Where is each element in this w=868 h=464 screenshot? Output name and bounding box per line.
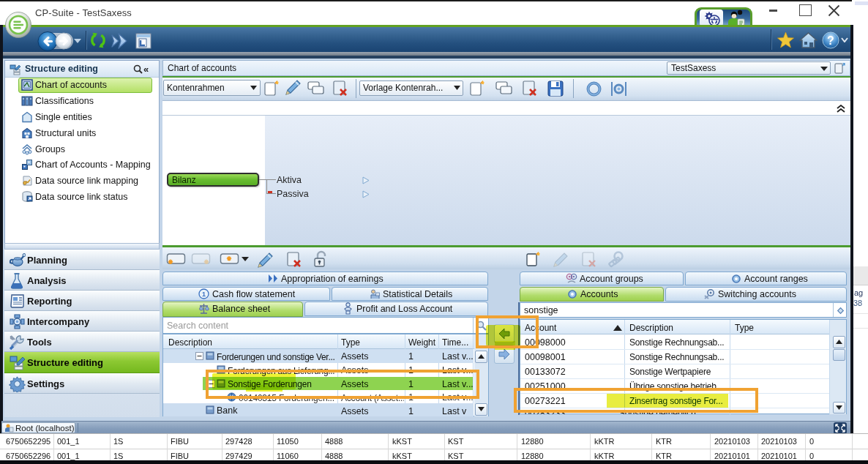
svg-text:?: ? [827, 34, 834, 47]
svg-text:1: 1 [202, 291, 206, 298]
